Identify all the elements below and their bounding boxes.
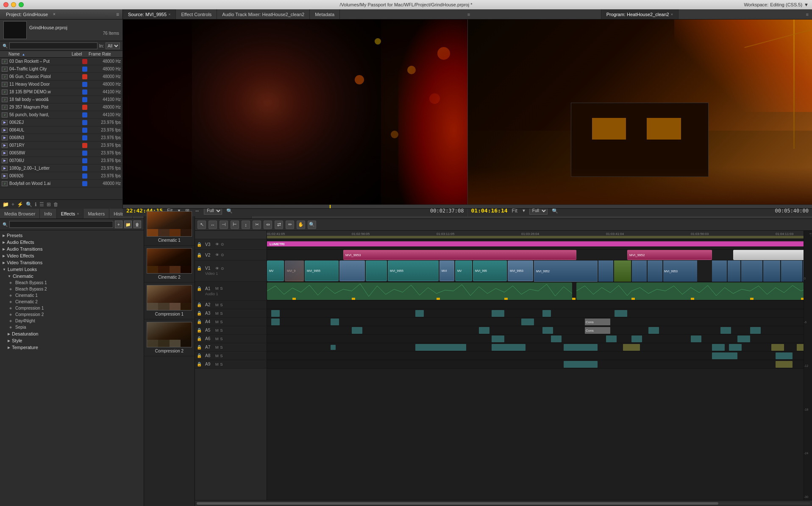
v1-clip-mv[interactable]: MV <box>267 260 284 281</box>
a5-clip-2[interactable] <box>479 327 489 334</box>
a6-clip-5[interactable] <box>691 335 701 342</box>
a1-m-btn[interactable]: M <box>215 286 219 291</box>
cinematic1-thumbnail[interactable]: Cinematic 1 <box>144 209 195 246</box>
source-tab[interactable]: Source: MVI_9955 × <box>123 9 176 19</box>
bleach-bypass-2-item[interactable]: ◈ Bleach Bypass 2 <box>0 286 144 292</box>
a5-clip-4[interactable] <box>648 327 659 334</box>
in-out-region[interactable] <box>267 236 804 238</box>
file-list-item[interactable]: ♪ 11 Heavy Wood Door 48000 Hz <box>0 81 122 88</box>
hand-tool[interactable]: ✋ <box>297 221 305 229</box>
find-icon[interactable]: 🔍 <box>26 201 32 207</box>
lumetri-clip[interactable]: LUMETRI <box>267 241 804 246</box>
a4-lock-icon[interactable]: 🔒 <box>197 319 203 324</box>
program-tab[interactable]: Program: HeatHouse2_clean2 × <box>601 9 679 19</box>
program-fit-arrow[interactable]: ▼ <box>522 208 526 213</box>
new-item-icon[interactable]: + <box>11 201 14 207</box>
slip-tool[interactable]: ⇔ <box>264 221 272 229</box>
v1-clip-995[interactable]: MVI_995 <box>473 260 507 281</box>
file-list-item[interactable]: ♪ 18 fall body – wood& 44100 Hz <box>0 96 122 103</box>
a6-clip-3[interactable] <box>606 335 617 342</box>
a3-clip-4[interactable] <box>542 310 551 317</box>
a4-clip-2[interactable] <box>331 319 339 325</box>
delete-icon[interactable]: 🗑 <box>53 201 58 207</box>
presets-category[interactable]: ▶ Presets <box>0 232 144 239</box>
a8-lock-icon[interactable]: 🔒 <box>197 353 203 358</box>
slide-tool[interactable]: ⇄ <box>275 221 283 229</box>
cinematic-1-item[interactable]: ◈ Cinematic 1 <box>0 292 144 299</box>
a7-clip-5[interactable] <box>712 344 725 351</box>
file-list-item[interactable]: ▶ 00706U 23.976 fps <box>0 157 122 165</box>
scrollbar-thumb[interactable] <box>197 502 718 505</box>
file-list-item[interactable]: ▶ 0071RY 23.976 fps <box>0 142 122 149</box>
new-effects-preset-btn[interactable]: + <box>115 221 122 228</box>
a7-clip-7[interactable] <box>771 344 784 351</box>
v2-clip-2[interactable]: MVI_9952 <box>627 250 712 260</box>
a7-clip-6[interactable] <box>729 344 742 351</box>
list-view-icon[interactable]: ☰ <box>39 201 44 207</box>
a4-clip-3[interactable] <box>521 319 534 325</box>
lumetri-looks-category[interactable]: ▼ Lumetri Looks <box>0 266 144 273</box>
file-list-item[interactable]: ▶ 0068N3 23.976 fps <box>0 134 122 142</box>
v1-clip-9953[interactable]: MVI_9953 <box>663 260 697 282</box>
a9-clip-2[interactable] <box>776 361 793 368</box>
v1-clip-mvi9955[interactable]: MVI_9955 <box>305 260 339 281</box>
a6-clip-1[interactable] <box>492 335 504 342</box>
a9-lock-icon[interactable]: 🔒 <box>197 362 203 366</box>
effects-close-btn[interactable]: × <box>77 212 79 216</box>
file-list-item[interactable]: ▶ 0064UL 23.976 fps <box>0 126 122 134</box>
file-list-item[interactable]: ▶ 00658W 23.976 fps <box>0 149 122 157</box>
icon-view-icon[interactable]: ⊞ <box>47 201 51 207</box>
a3-clip-2[interactable] <box>415 310 424 317</box>
automate-icon[interactable]: ⚡ <box>17 201 23 207</box>
cinematic-subcategory[interactable]: ▼ Cinematic <box>0 273 144 280</box>
a3-clip-5[interactable] <box>615 310 627 317</box>
audio-transitions-category[interactable]: ▶ Audio Transitions <box>0 246 144 252</box>
file-list-item[interactable]: ▶ 006926 23.976 fps <box>0 172 122 180</box>
razor-tool[interactable]: ✂ <box>253 221 261 229</box>
file-list-item[interactable]: ♪ 06 Gun, Classic Pistol 48000 Hz <box>0 73 122 81</box>
file-list-item[interactable]: ♪ 03 Dan Rockett – Put 48000 Hz <box>0 58 122 65</box>
cinematic-2-item[interactable]: ◈ Cinematic 2 <box>0 299 144 305</box>
v3-lock-icon[interactable]: 🔒 <box>197 242 203 247</box>
v2-clip-1[interactable]: MVI_9953 <box>343 250 576 260</box>
timeline-ruler-bar[interactable]: 01:02:41:05 01:02:56:05 01:03:11:05 01:0… <box>267 231 804 239</box>
v2-clip-3[interactable] <box>733 250 804 260</box>
style-subcategory[interactable]: ▶ Style <box>0 337 144 344</box>
bleach-bypass-1-item[interactable]: ◈ Bleach Bypass 1 <box>0 280 144 286</box>
a5-lock-icon[interactable]: 🔒 <box>197 328 203 333</box>
v1-clip-1087[interactable] <box>728 260 740 282</box>
project-menu-btn[interactable]: ≡ <box>116 11 119 17</box>
desaturation-subcategory[interactable]: ▶ Desaturation <box>0 330 144 337</box>
a7-lock-icon[interactable]: 🔒 <box>197 345 203 349</box>
day4night-item[interactable]: ◈ Day4Night <box>0 318 144 324</box>
file-list-item[interactable]: ▶ 0062EJ 23.976 fps <box>0 119 122 126</box>
timeline-scrollbar[interactable] <box>195 500 812 506</box>
a3-clip-1[interactable] <box>271 310 280 317</box>
cinematic2-thumbnail[interactable]: Cinematic 2 <box>144 246 195 282</box>
a6-lock-icon[interactable]: 🔒 <box>197 336 203 341</box>
pen-tool[interactable]: ✏ <box>286 221 294 229</box>
v1-clip-9955[interactable]: MVI_9955 <box>388 260 439 281</box>
v1-clip-mvi-b[interactable] <box>632 260 647 282</box>
v1-clip-9953-2[interactable]: MVI_9953 <box>508 260 533 281</box>
effects-delete-btn[interactable]: 🗑 <box>133 221 141 228</box>
source-tab-close[interactable]: × <box>168 12 170 17</box>
source-playhead[interactable] <box>330 205 331 208</box>
compression-1-item[interactable]: ◈ Compression 1 <box>0 305 144 311</box>
v1-eye-icon[interactable]: 👁 <box>215 266 219 271</box>
effects-search-input[interactable] <box>9 221 113 228</box>
minimize-button[interactable] <box>11 2 16 7</box>
project-close-btn[interactable]: × <box>53 12 56 17</box>
a6-clip-6[interactable] <box>737 335 750 342</box>
a7-clip-4[interactable] <box>623 344 640 351</box>
v1-clip-mvi-a[interactable] <box>614 260 631 282</box>
a8-clip-1[interactable] <box>712 352 737 359</box>
file-list-item[interactable]: ♪ 56 punch, body hard, 44100 Hz <box>0 111 122 119</box>
v1-clip-1265[interactable] <box>803 260 804 282</box>
col-label-header[interactable]: Label <box>72 52 89 56</box>
zoom-tool[interactable]: 🔍 <box>308 221 316 229</box>
ripple-edit-tool[interactable]: ⊣ <box>220 221 228 229</box>
v1-lock-icon[interactable]: 🔒 <box>197 266 203 271</box>
a7-clip-2[interactable] <box>492 344 526 351</box>
v2-sync-icon[interactable]: ⊙ <box>221 253 224 257</box>
